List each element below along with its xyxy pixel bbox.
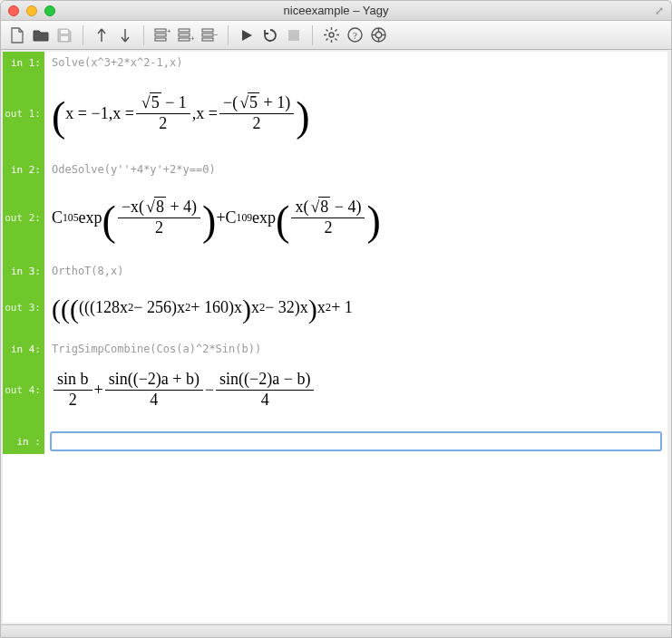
svg-rect-10: [202, 29, 213, 32]
svg-text:−: −: [214, 31, 218, 39]
svg-rect-6: [179, 29, 190, 32]
out-label-2: out 2:: [3, 189, 44, 246]
in-code-3[interactable]: OrthoT(8,x): [44, 260, 667, 282]
save-file-button[interactable]: [54, 24, 75, 46]
toolbar-separator: [143, 25, 144, 45]
svg-text:+: +: [190, 34, 194, 43]
in-label-1: in 1:: [3, 52, 44, 73]
community-button[interactable]: [367, 24, 389, 46]
svg-text:+: +: [167, 28, 170, 35]
out-math-4: sin b2 + sin((−2)a + b)4 − sin((−2)a − b…: [44, 367, 667, 412]
in-label-3: in 3:: [3, 260, 44, 282]
toolbar-separator: [312, 25, 313, 45]
delete-cell-button[interactable]: −: [199, 24, 220, 46]
out-label-1: out 1:: [3, 82, 44, 144]
svg-rect-2: [155, 29, 166, 32]
new-file-button[interactable]: [6, 24, 28, 46]
in-code-1[interactable]: Solve(x^3+2*x^2-1,x): [44, 52, 667, 73]
in-label-4: in 4:: [3, 338, 44, 360]
out-label-4: out 4:: [3, 367, 44, 412]
svg-line-21: [335, 38, 336, 40]
out-math-3: ((((((128x2 − 256)x2 + 160)x)x2 − 32)x)x…: [44, 289, 667, 325]
svg-rect-12: [202, 38, 213, 41]
in-label-2: in 2:: [3, 159, 44, 180]
out-label-3: out 3:: [3, 289, 44, 325]
svg-rect-14: [288, 30, 299, 41]
move-up-button[interactable]: [91, 24, 112, 46]
svg-text:?: ?: [353, 30, 357, 41]
help-button[interactable]: ?: [344, 24, 365, 46]
status-bar: [1, 624, 671, 637]
insert-below-button[interactable]: +: [175, 24, 197, 46]
notebook-content: in 1: Solve(x^3+2*x^2-1,x) out 1: ( x = …: [3, 52, 667, 623]
svg-rect-0: [61, 36, 68, 41]
active-input[interactable]: [50, 431, 662, 451]
insert-above-button[interactable]: +: [151, 24, 173, 46]
svg-rect-8: [179, 38, 190, 41]
fullscreen-icon[interactable]: ⤢: [655, 5, 666, 15]
in-code-4[interactable]: TrigSimpCombine(Cos(a)^2*Sin(b)): [44, 338, 667, 360]
svg-rect-7: [179, 34, 190, 36]
svg-point-27: [375, 32, 381, 37]
in-label-current: in :: [3, 429, 44, 454]
run-button[interactable]: [236, 24, 258, 46]
in-code-2[interactable]: OdeSolve(y''+4*y'+2*y==0): [44, 159, 667, 180]
out-math-1: ( x = −1,x = 5 − 1 2 ,x = −(5 + 1) 2 ): [44, 82, 667, 144]
svg-point-15: [329, 33, 334, 37]
svg-line-20: [326, 30, 327, 32]
toolbar: + + − ?: [1, 21, 671, 50]
move-down-button[interactable]: [114, 24, 136, 46]
rerun-button[interactable]: [259, 24, 281, 46]
toolbar-separator: [228, 25, 229, 45]
open-file-button[interactable]: [30, 24, 52, 46]
svg-rect-1: [61, 30, 68, 34]
window-title: niceexample – Yagy: [1, 4, 671, 17]
toolbar-separator: [83, 25, 83, 45]
stop-button[interactable]: [283, 24, 305, 46]
svg-rect-3: [155, 34, 166, 36]
svg-line-23: [335, 30, 336, 32]
svg-rect-11: [202, 34, 213, 36]
settings-button[interactable]: [320, 24, 342, 46]
out-math-2: C105 exp ( −x(8 + 4) 2 ) + C109 exp ( x(…: [44, 189, 667, 246]
titlebar: niceexample – Yagy ⤢: [1, 1, 671, 21]
svg-rect-4: [155, 38, 166, 41]
svg-line-22: [326, 38, 327, 40]
